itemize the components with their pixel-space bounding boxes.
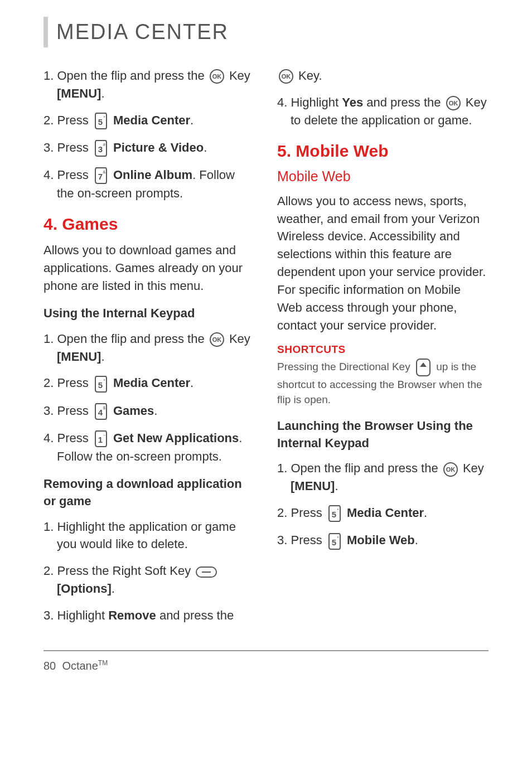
step-item: 2. Press 5* Media Center. bbox=[43, 374, 255, 393]
step-bold: Remove bbox=[108, 608, 156, 622]
step-item: 2. Press the Right Soft Key [Options]. bbox=[43, 562, 255, 598]
step-number: 2. bbox=[43, 376, 57, 390]
header-accent-bar bbox=[43, 17, 48, 47]
step-prefix: Press bbox=[57, 141, 91, 154]
svg-text:5: 5 bbox=[332, 510, 336, 519]
step-number: 3. bbox=[277, 533, 291, 547]
launching-heading: Launching the Browser Using the Internal… bbox=[277, 418, 489, 452]
page-header: MEDIA CENTER bbox=[43, 17, 489, 47]
step-number: 3. bbox=[43, 404, 57, 418]
steps-group-d: 1. Open the flip and press the OK Key [M… bbox=[277, 459, 489, 550]
step-bold: Get New Applications bbox=[113, 431, 239, 445]
svg-text:*: * bbox=[103, 115, 105, 120]
continuation-line: OK Key. bbox=[277, 67, 489, 85]
step-item: 3. Highlight Remove and press the bbox=[43, 607, 255, 624]
step-item: 1. Highlight the application or game you… bbox=[43, 518, 255, 554]
svg-text:5: 5 bbox=[332, 538, 336, 547]
games-heading: 4. Games bbox=[43, 215, 255, 234]
svg-text:OK: OK bbox=[212, 73, 222, 80]
step-bold: [MENU] bbox=[57, 350, 101, 364]
step-bold: Media Center bbox=[113, 376, 190, 390]
key3-icon: 3# bbox=[93, 139, 109, 157]
step-number: 2. bbox=[43, 113, 57, 127]
steps-group-b: 1. Open the flip and press the OK Key [M… bbox=[43, 330, 255, 466]
page-title: MEDIA CENTER bbox=[56, 17, 229, 47]
step-item: 1. Open the flip and press the OK Key [M… bbox=[43, 67, 255, 103]
step-number: 2. bbox=[277, 506, 291, 520]
step-prefix: Press bbox=[57, 376, 91, 390]
step-number: 4. bbox=[43, 431, 57, 445]
ok-icon: OK bbox=[209, 69, 225, 84]
shortcuts-text: Pressing the Directional Key up is the s… bbox=[277, 358, 489, 408]
step-number: 1. bbox=[277, 461, 291, 475]
svg-text:OK: OK bbox=[448, 100, 458, 106]
left-column: 1. Open the flip and press the OK Key [M… bbox=[43, 67, 255, 633]
step-suffix: . bbox=[101, 350, 104, 364]
step-text: Highlight the application or game you wo… bbox=[57, 520, 236, 551]
step-number: 1. bbox=[43, 520, 57, 534]
step-item: 3. Press 3# Picture & Video. bbox=[43, 139, 255, 157]
step-suffix: . bbox=[415, 533, 418, 547]
svg-text:OK: OK bbox=[446, 466, 456, 473]
using-keypad-heading: Using the Internal Keypad bbox=[43, 305, 255, 322]
steps-group-a: 1. Open the flip and press the OK Key [M… bbox=[43, 67, 255, 202]
step-bold: [Options] bbox=[57, 582, 112, 595]
shortcuts-prefix: Pressing the Directional Key bbox=[277, 361, 413, 372]
key7-icon: 7& bbox=[93, 167, 109, 185]
removing-heading: Removing a download application or game bbox=[43, 476, 255, 510]
step-number: 4. bbox=[277, 95, 291, 109]
step-prefix: Open the flip and press the bbox=[57, 69, 207, 83]
step-item: 2. Press 5* Media Center. bbox=[43, 112, 255, 130]
step-bold: Online Album bbox=[113, 168, 192, 182]
step-suffix: . bbox=[101, 86, 104, 100]
step-mid: Key bbox=[460, 461, 484, 475]
ok-icon: OK bbox=[446, 95, 461, 111]
svg-rect-22 bbox=[417, 359, 430, 376]
mobile-web-subheading: Mobile Web bbox=[277, 168, 489, 185]
step-number: 2. bbox=[43, 564, 57, 578]
step-mid: Key bbox=[226, 69, 250, 83]
step-bold: Media Center bbox=[347, 506, 424, 520]
step-suffix: . bbox=[112, 582, 115, 595]
step-number: 1. bbox=[43, 69, 57, 83]
svg-text:1: 1 bbox=[98, 435, 103, 444]
step-mid: Key bbox=[226, 332, 250, 346]
step-suffix: . bbox=[204, 141, 207, 154]
step-suffix: and press the bbox=[156, 608, 234, 622]
key4-icon: 4$ bbox=[93, 403, 109, 420]
directional-up-icon bbox=[414, 358, 432, 377]
step-number: 4. bbox=[43, 168, 57, 182]
step-bold: [MENU] bbox=[57, 86, 101, 100]
step-bold: [MENU] bbox=[291, 479, 335, 493]
svg-text:OK: OK bbox=[282, 73, 291, 80]
step-prefix: Open the flip and press the bbox=[291, 461, 441, 475]
step-prefix: Open the flip and press the bbox=[57, 332, 207, 346]
step-item: 3. Press 4$ Games. bbox=[43, 402, 255, 420]
games-intro: Allows you to download games and applica… bbox=[43, 241, 255, 295]
step-suffix: . bbox=[424, 506, 427, 520]
step-4-right: 4. Highlight Yes and press the OK Key to… bbox=[277, 94, 489, 129]
steps-group-c: 1. Highlight the application or game you… bbox=[43, 518, 255, 624]
step-item: 4. Press 1~ Get New Applications. Follow… bbox=[43, 429, 255, 466]
product-name: Octane bbox=[62, 660, 98, 672]
page-number: 80 bbox=[43, 660, 56, 672]
step-bold: Media Center bbox=[113, 113, 190, 127]
content-columns: 1. Open the flip and press the OK Key [M… bbox=[43, 67, 489, 633]
svg-text:5: 5 bbox=[98, 117, 103, 127]
svg-text:~: ~ bbox=[103, 433, 105, 438]
step-prefix: Press bbox=[57, 431, 91, 445]
svg-text:$: $ bbox=[103, 405, 106, 410]
ok-icon: OK bbox=[209, 332, 225, 347]
svg-text:*: * bbox=[337, 535, 338, 540]
step-prefix: Highlight bbox=[291, 95, 342, 109]
key5-icon: 5* bbox=[327, 532, 342, 550]
trademark-symbol: TM bbox=[98, 659, 108, 667]
continuation-text: Key. bbox=[295, 69, 322, 83]
step-suffix: . bbox=[190, 113, 194, 127]
step-prefix: Press bbox=[57, 113, 91, 127]
key5-icon: 5* bbox=[93, 375, 109, 393]
key5-icon: 5* bbox=[93, 112, 109, 130]
svg-text:*: * bbox=[337, 507, 338, 512]
step-prefix: Press bbox=[57, 168, 91, 182]
step-bold: Mobile Web bbox=[347, 533, 415, 547]
